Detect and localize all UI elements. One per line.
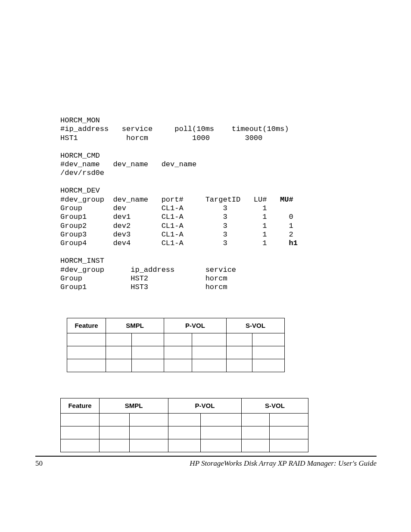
table-row	[61, 426, 308, 439]
horcm-cmd-header: #dev_name dev_name dev_name	[60, 160, 196, 168]
col-smpl: SMPL	[100, 398, 168, 413]
horcm-dev-row-4-bold: h1	[289, 239, 298, 247]
horcm-dev-row-4: Group4 dev4 CL1-A 3 1	[60, 239, 289, 247]
horcm-dev-row-1: Group1 dev1 CL1-A 3 1 0	[60, 213, 293, 221]
horcm-cmd-row: /dev/rsd0e	[60, 169, 104, 177]
table-row	[61, 439, 308, 452]
horcm-inst-row-0: Group HST2 horcm	[60, 274, 227, 283]
col-svol: S-VOL	[242, 398, 308, 413]
horcm-cmd-title: HORCM_CMD	[60, 152, 100, 160]
table-row	[67, 333, 285, 346]
feature-table-1: Feature SMPL P-VOL S-VOL	[67, 318, 285, 372]
horcm-inst-header: #dev_group ip_address service	[60, 266, 236, 274]
col-svol: S-VOL	[227, 318, 285, 333]
table-row	[67, 359, 285, 372]
horcm-dev-title: HORCM_DEV	[60, 187, 100, 195]
horcm-dev-row-0: Group dev CL1-A 3 1	[60, 204, 267, 212]
col-pvol: P-VOL	[168, 398, 242, 413]
horcm-mon-title: HORCM_MON	[60, 116, 100, 124]
table-header-row: Feature SMPL P-VOL S-VOL	[61, 398, 308, 413]
horcm-inst-row-1: Group1 HST3 horcm	[60, 283, 227, 291]
col-feature: Feature	[61, 398, 100, 413]
table-header-row: Feature SMPL P-VOL S-VOL	[67, 318, 285, 333]
horcm-dev-header-mu: MU#	[280, 196, 293, 204]
horcm-dev-header: #dev_group dev_name port# TargetID LU#	[60, 196, 280, 204]
col-feature: Feature	[67, 318, 106, 333]
horcm-mon-row: HST1 horcm 1000 3000	[60, 134, 262, 142]
col-smpl: SMPL	[106, 318, 164, 333]
table-row	[61, 413, 308, 426]
horcm-mon-block: HORCM_MON #ip_address service poll(10ms …	[60, 116, 351, 292]
col-pvol: P-VOL	[164, 318, 227, 333]
horcm-inst-title: HORCM_INST	[60, 257, 104, 265]
table-row	[67, 346, 285, 359]
feature-table-2: Feature SMPL P-VOL S-VOL	[60, 398, 308, 452]
horcm-mon-header: #ip_address service poll(10ms timeout(10…	[60, 125, 289, 133]
horcm-dev-row-2: Group2 dev2 CL1-A 3 1 1	[60, 222, 293, 230]
horcm-dev-row-3: Group3 dev3 CL1-A 3 1 2	[60, 230, 293, 239]
